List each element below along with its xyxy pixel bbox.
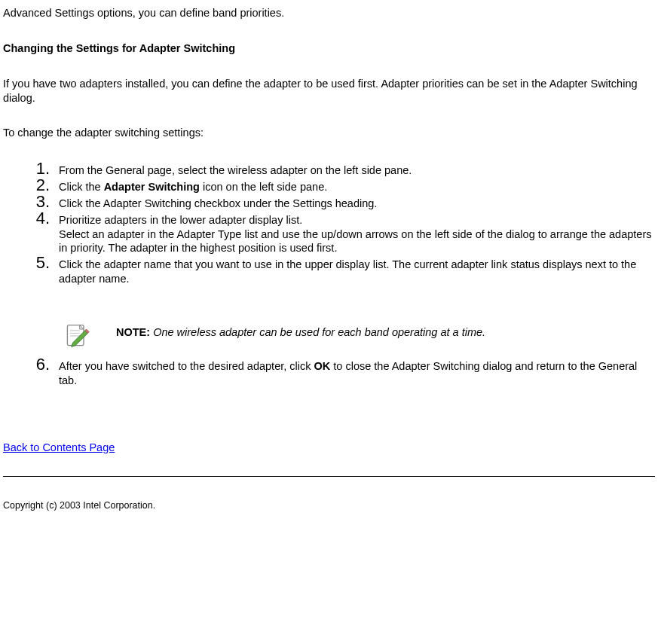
list-number: 4. (24, 211, 59, 226)
description-paragraph: If you have two adapters installed, you … (3, 77, 655, 105)
note-label: NOTE: (116, 326, 150, 338)
list-item: 6. After you have switched to the desire… (3, 357, 655, 388)
list-text: Prioritize adapters in the lower adapter… (59, 211, 655, 256)
list-number: 3. (24, 194, 59, 209)
list-number: 2. (24, 178, 59, 193)
list-item: 4. Prioritize adapters in the lower adap… (3, 211, 655, 256)
list-number: 6. (24, 357, 59, 372)
back-link-paragraph: Back to Contents Page (3, 441, 655, 455)
list-number: 1. (24, 161, 59, 176)
list-item: 5. Click the adapter name that you want … (3, 255, 655, 286)
text-line: Select an adapter in the Adapter Type li… (59, 227, 655, 256)
note-block: NOTE: One wireless adapter can be used f… (63, 322, 655, 349)
list-text: From the General page, select the wirele… (59, 161, 655, 178)
bold-text: OK (314, 360, 331, 372)
bold-text: Adapter Switching (104, 181, 200, 193)
text-span: icon on the left side pane. (200, 181, 327, 193)
text-span: After you have switched to the desired a… (59, 360, 314, 372)
list-text: After you have switched to the desired a… (59, 357, 655, 388)
list-text: Click the Adapter Switching icon on the … (59, 178, 655, 194)
intro-fragment: Advanced Settings options, you can defin… (3, 6, 655, 20)
copyright-text: Copyright (c) 2003 Intel Corporation. (3, 499, 655, 511)
text-line: Prioritize adapters in the lower adapter… (59, 213, 655, 227)
list-number: 5. (24, 255, 59, 270)
note-text: NOTE: One wireless adapter can be used f… (116, 322, 485, 340)
horizontal-rule (3, 476, 655, 477)
note-icon (63, 322, 90, 349)
list-item: 2. Click the Adapter Switching icon on t… (3, 178, 655, 194)
list-item: 1. From the General page, select the wir… (3, 161, 655, 178)
text-span: Click the (59, 181, 104, 193)
section-heading: Changing the Settings for Adapter Switch… (3, 41, 655, 56)
list-text: Click the adapter name that you want to … (59, 255, 655, 286)
list-item: 3. Click the Adapter Switching checkbox … (3, 194, 655, 211)
lead-in-paragraph: To change the adapter switching settings… (3, 126, 655, 140)
note-body: One wireless adapter can be used for eac… (153, 326, 485, 338)
steps-list: 1. From the General page, select the wir… (3, 161, 655, 387)
back-to-contents-link[interactable]: Back to Contents Page (3, 441, 115, 453)
list-text: Click the Adapter Switching checkbox und… (59, 194, 655, 211)
